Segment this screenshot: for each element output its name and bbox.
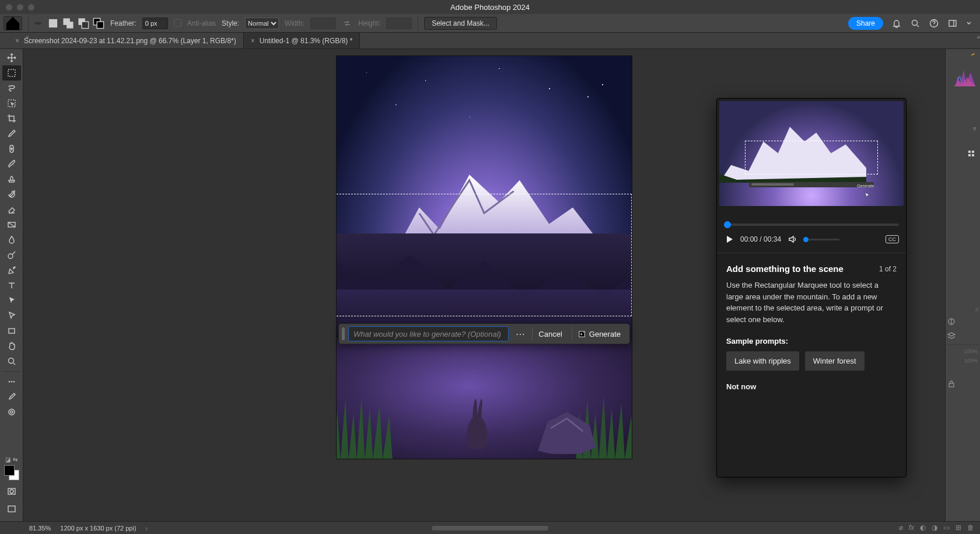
svg-rect-16 bbox=[9, 329, 15, 333]
horizontal-scrollbar[interactable] bbox=[432, 526, 548, 530]
close-tab-icon[interactable]: × bbox=[251, 37, 255, 45]
clone-stamp-tool[interactable] bbox=[2, 172, 21, 187]
volume-slider[interactable] bbox=[803, 239, 839, 240]
separator bbox=[418, 16, 418, 31]
adjustments-panel-icon[interactable] bbox=[946, 316, 957, 327]
history-brush-tool[interactable] bbox=[2, 187, 21, 202]
pen-tool[interactable] bbox=[2, 263, 21, 278]
layer-style-icon[interactable]: fx bbox=[909, 523, 914, 532]
tool-preset-dropdown[interactable] bbox=[34, 22, 41, 25]
dodge-tool[interactable] bbox=[2, 247, 21, 263]
opacity-value[interactable]: 100% bbox=[946, 348, 979, 354]
rectangular-marquee-tool[interactable] bbox=[2, 65, 21, 81]
brush-tool[interactable] bbox=[2, 156, 21, 172]
crop-tool[interactable] bbox=[2, 111, 21, 126]
cancel-button[interactable]: Cancel bbox=[532, 327, 568, 341]
workspace-switcher-icon[interactable] bbox=[947, 18, 958, 29]
gradient-tool[interactable] bbox=[2, 217, 21, 232]
selection-new-icon[interactable] bbox=[47, 18, 59, 29]
quick-mask-icon[interactable] bbox=[2, 484, 21, 499]
selection-subtract-icon[interactable] bbox=[78, 18, 89, 29]
document-canvas[interactable] bbox=[337, 56, 632, 459]
selection-intersect-icon[interactable] bbox=[93, 18, 104, 29]
direct-selection-tool[interactable] bbox=[2, 308, 21, 323]
select-and-mask-button[interactable]: Select and Mask... bbox=[424, 17, 497, 30]
histogram-thumbnail[interactable] bbox=[953, 53, 977, 88]
default-colors-icon[interactable]: ◪ bbox=[5, 456, 10, 463]
lock-icon[interactable] bbox=[946, 379, 957, 389]
document-tab[interactable]: × Screenshot 2024-09-23 at 11.42.21.png … bbox=[8, 33, 244, 48]
generative-prompt-input[interactable] bbox=[348, 326, 509, 341]
frame-tool[interactable] bbox=[2, 404, 21, 420]
selection-add-icon[interactable] bbox=[62, 18, 74, 29]
more-options-icon[interactable]: ⋯ bbox=[512, 329, 528, 340]
chevron-right-icon[interactable]: › bbox=[146, 525, 148, 532]
fill-value[interactable]: 100% bbox=[946, 358, 979, 364]
object-selection-tool[interactable] bbox=[2, 96, 21, 111]
panel-menu-icon[interactable]: ≡ bbox=[946, 306, 979, 313]
properties-panel-icon[interactable] bbox=[966, 148, 977, 159]
color-swatches[interactable]: ◪⇆ bbox=[2, 453, 21, 521]
type-tool[interactable] bbox=[2, 278, 21, 293]
swap-colors-icon[interactable]: ⇆ bbox=[13, 456, 18, 463]
closed-captions-button[interactable]: CC bbox=[886, 235, 899, 243]
close-tab-icon[interactable]: × bbox=[15, 37, 19, 45]
sample-prompt-chip[interactable]: Winter forest bbox=[805, 351, 864, 371]
layer-mask-icon[interactable]: ◐ bbox=[920, 523, 926, 532]
search-icon[interactable] bbox=[910, 18, 921, 29]
hand-tool[interactable] bbox=[2, 338, 21, 354]
anti-alias-label: Anti-alias bbox=[187, 19, 216, 27]
chevron-down-icon[interactable] bbox=[966, 18, 972, 29]
notifications-icon[interactable] bbox=[891, 18, 902, 29]
svg-point-22 bbox=[10, 411, 13, 413]
video-progress-thumb[interactable] bbox=[724, 221, 731, 228]
screen-mode-icon[interactable] bbox=[2, 501, 21, 516]
group-icon[interactable]: ▭ bbox=[943, 523, 950, 532]
zoom-tool[interactable] bbox=[2, 354, 21, 369]
feather-input[interactable] bbox=[142, 18, 168, 29]
foreground-color-swatch[interactable] bbox=[4, 465, 15, 476]
canvas-area[interactable]: ⋯ Cancel Generate ✕ Generate bbox=[23, 49, 945, 521]
tutorial-video-thumbnail[interactable]: Generate bbox=[719, 101, 904, 206]
new-layer-icon[interactable]: ⊞ bbox=[956, 523, 961, 532]
volume-icon[interactable] bbox=[787, 234, 797, 245]
move-tool[interactable] bbox=[2, 50, 21, 65]
delete-layer-icon[interactable]: 🗑 bbox=[967, 523, 974, 532]
collapse-toolbox-icon[interactable]: « bbox=[26, 34, 29, 40]
svg-rect-28 bbox=[972, 151, 974, 153]
color-picker-tool[interactable] bbox=[2, 389, 21, 404]
rectangle-tool[interactable] bbox=[2, 323, 21, 338]
blur-tool[interactable] bbox=[2, 232, 21, 247]
style-select[interactable]: Normal bbox=[245, 18, 279, 29]
eraser-tool[interactable] bbox=[2, 202, 21, 217]
zoom-level[interactable]: 81.35% bbox=[29, 525, 51, 532]
lasso-tool[interactable] bbox=[2, 81, 21, 96]
share-button[interactable]: Share bbox=[848, 17, 883, 30]
tutorial-panel: ✕ Generate 00:00 / 00:34 CC bbox=[716, 98, 907, 477]
drag-handle-icon[interactable] bbox=[342, 327, 345, 340]
not-now-button[interactable]: Not now bbox=[726, 382, 756, 391]
layers-panel-icon[interactable] bbox=[946, 330, 957, 341]
generate-button[interactable]: Generate bbox=[572, 327, 626, 341]
volume-thumb[interactable] bbox=[803, 237, 808, 242]
panel-menu-icon[interactable]: ≡ bbox=[973, 125, 977, 132]
help-icon[interactable] bbox=[929, 18, 939, 29]
svg-point-19 bbox=[10, 381, 12, 383]
eyedropper-tool[interactable] bbox=[2, 126, 21, 141]
svg-rect-27 bbox=[968, 151, 971, 153]
adjustment-layer-icon[interactable]: ◑ bbox=[932, 523, 937, 532]
contextual-task-bar[interactable]: ⋯ Cancel Generate bbox=[338, 323, 630, 344]
home-button[interactable] bbox=[4, 16, 22, 30]
video-progress-track[interactable] bbox=[724, 224, 899, 226]
sample-prompt-chip[interactable]: Lake with ripples bbox=[726, 351, 799, 371]
healing-brush-tool[interactable] bbox=[2, 141, 21, 156]
svg-point-24 bbox=[10, 490, 13, 493]
document-tab[interactable]: × Untitled-1 @ 81.3% (RGB/8) * bbox=[244, 33, 360, 48]
svg-rect-3 bbox=[66, 22, 73, 28]
collapse-panels-icon[interactable]: » bbox=[977, 34, 980, 40]
edit-toolbar-icon[interactable] bbox=[2, 374, 21, 389]
play-icon[interactable] bbox=[724, 234, 734, 245]
link-layers-icon[interactable]: ⌀ bbox=[899, 523, 903, 532]
path-selection-tool[interactable] bbox=[2, 293, 21, 308]
document-dimensions[interactable]: 1200 px x 1630 px (72 ppi) bbox=[60, 525, 136, 532]
